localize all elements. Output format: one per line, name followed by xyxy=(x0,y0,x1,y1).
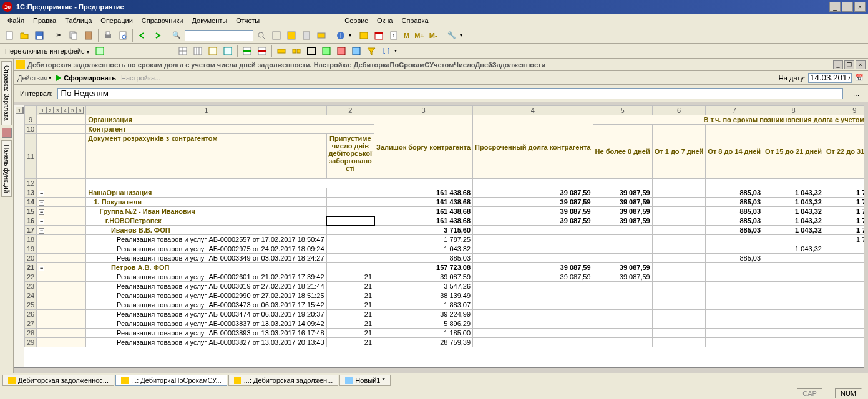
task-3[interactable]: ...: Дебиторская задолжен... xyxy=(228,375,339,386)
replace2-icon[interactable] xyxy=(285,29,298,42)
goto-icon[interactable] xyxy=(315,29,328,42)
menu-service[interactable]: Сервис xyxy=(341,16,372,26)
report-grid[interactable]: 1234561234567891011129ОрганизацияЗалишок… xyxy=(24,105,864,368)
menu-table[interactable]: Таблица xyxy=(61,16,95,26)
m-minus[interactable]: M- xyxy=(427,32,439,39)
table-row[interactable]: 14− 1. Покупатели161 438,6839 087,5939 0… xyxy=(25,198,865,207)
calc2-icon[interactable]: Σ xyxy=(387,29,401,42)
table-row[interactable]: 18 Реализация товаров и услуг АБ-0000255… xyxy=(25,235,865,244)
tree-toggle[interactable]: − xyxy=(39,266,44,271)
m-plus[interactable]: M+ xyxy=(412,32,426,39)
new-icon[interactable] xyxy=(2,29,16,42)
group-icon[interactable] xyxy=(319,44,333,58)
tree-toggle[interactable]: − xyxy=(39,200,44,206)
task-4[interactable]: Новый1 * xyxy=(339,375,390,386)
tree-toggle[interactable]: − xyxy=(39,209,44,215)
table-row[interactable]: 29 Реализация товаров и услуг АБ-0000382… xyxy=(25,338,865,347)
table-row[interactable]: 17− Иванов В.В. ФОП3 715,60885,031 043,3… xyxy=(25,226,865,235)
left-tab-help[interactable]: Справка: Зарплата xyxy=(1,61,12,125)
table-row[interactable]: 13−НашаОрнанизация161 438,6839 087,5939 … xyxy=(25,188,865,198)
tree-toggle[interactable]: − xyxy=(39,228,44,234)
table-row[interactable]: 19 Реализация товаров и услуг АБ-0000297… xyxy=(25,244,865,254)
menu-operations[interactable]: Операции xyxy=(97,16,136,26)
table-row[interactable]: 12 xyxy=(25,179,865,188)
table-row[interactable]: 15− Группа №2 - Иван Иванович161 438,683… xyxy=(25,207,865,216)
task-2[interactable]: ...: ДебиторкаПоСрокамСУ... xyxy=(115,375,227,386)
copy-icon[interactable] xyxy=(67,29,80,42)
menu-edit[interactable]: Правка xyxy=(29,16,60,26)
grid4-icon[interactable] xyxy=(221,44,235,58)
info-icon[interactable]: i xyxy=(334,29,348,42)
grid2-icon[interactable] xyxy=(191,44,205,58)
refs-icon[interactable] xyxy=(357,29,371,42)
table-row[interactable]: 21− Петров А.В. ФОП157 723,0839 087,5939… xyxy=(25,263,865,272)
calendar-icon[interactable] xyxy=(372,29,386,42)
menu-file[interactable]: Файл xyxy=(4,16,28,26)
report-restore-button[interactable]: ❐ xyxy=(844,60,854,69)
ungroup-icon[interactable] xyxy=(334,44,348,58)
close-button[interactable]: × xyxy=(854,2,866,12)
open-icon[interactable] xyxy=(17,29,31,42)
menu-docs[interactable]: Документы xyxy=(188,16,231,26)
minimize-button[interactable]: _ xyxy=(829,2,841,12)
replace-icon[interactable] xyxy=(270,29,283,42)
redo-icon[interactable] xyxy=(150,29,164,42)
calc-icon[interactable] xyxy=(300,29,313,42)
date-input[interactable] xyxy=(808,73,852,83)
grid1-icon[interactable] xyxy=(176,44,190,58)
delete-row-icon[interactable] xyxy=(255,44,269,58)
actions-dropdown[interactable]: Действия ▾ xyxy=(17,74,51,82)
svg-rect-27 xyxy=(194,47,202,55)
split-icon[interactable] xyxy=(290,44,303,58)
wrench-icon[interactable]: 🔧 xyxy=(445,29,459,42)
paste-icon[interactable] xyxy=(82,29,95,42)
report-icon xyxy=(16,60,25,69)
tb2-icon-1[interactable] xyxy=(93,44,107,58)
cut-icon[interactable]: ✂ xyxy=(52,29,66,42)
menu-windows[interactable]: Окна xyxy=(373,16,397,26)
menu-reports[interactable]: Отчеты xyxy=(232,16,263,26)
maximize-button[interactable]: □ xyxy=(842,2,853,12)
table-row[interactable]: 22 Реализация товаров и услуг АБ-0000260… xyxy=(25,272,865,282)
left-tab-functions[interactable]: Панель функций xyxy=(1,140,12,197)
insert-row-icon[interactable] xyxy=(240,44,254,58)
report-min-button[interactable]: _ xyxy=(833,60,843,69)
table-row[interactable]: 24 Реализация товаров и услуг АБ-0000299… xyxy=(25,291,865,300)
date-picker-icon[interactable]: 📅 xyxy=(854,73,864,83)
task-1[interactable]: Дебиторская задолженнос... xyxy=(2,375,114,386)
table-row[interactable]: 28 Реализация товаров и услуг АБ-0000389… xyxy=(25,329,865,338)
filter-icon[interactable] xyxy=(364,44,378,58)
border-icon[interactable] xyxy=(305,44,318,58)
switch-interface[interactable]: Переключить интерфейс ▾ xyxy=(2,47,92,55)
freeze-icon[interactable] xyxy=(349,44,363,58)
report-close-button[interactable]: × xyxy=(856,60,866,69)
table-row[interactable]: 25 Реализация товаров и услуг АБ-0000347… xyxy=(25,300,865,310)
find-next-icon[interactable] xyxy=(255,29,268,42)
interval-picker-icon[interactable]: … xyxy=(851,88,862,99)
interval-input[interactable] xyxy=(57,88,843,99)
grid3-icon[interactable] xyxy=(206,44,220,58)
table-row[interactable]: 26 Реализация товаров и услуг АБ-0000347… xyxy=(25,310,865,319)
table-row[interactable]: 20 Реализация товаров и услуг АБ-0000334… xyxy=(25,254,865,263)
preview-icon[interactable] xyxy=(116,29,130,42)
save-icon[interactable] xyxy=(32,29,46,42)
table-row[interactable]: 23 Реализация товаров и услуг АБ-0000301… xyxy=(25,282,865,291)
sort-icon[interactable] xyxy=(379,44,393,58)
search-icon[interactable]: 🔍 xyxy=(170,29,183,42)
table-row[interactable]: 16− г.НОВОПетровск161 438,6839 087,5939 … xyxy=(25,216,865,226)
undo-icon[interactable] xyxy=(135,29,149,42)
left-panel-icon[interactable] xyxy=(2,128,12,138)
print-icon[interactable] xyxy=(101,29,115,42)
search-input[interactable] xyxy=(185,30,253,41)
menu-help[interactable]: Справка xyxy=(397,16,432,26)
tree-toggle[interactable]: − xyxy=(39,219,44,224)
merge-icon[interactable] xyxy=(275,44,288,58)
level-1[interactable]: 1 xyxy=(16,107,23,114)
settings-link[interactable]: Настройка... xyxy=(121,74,160,82)
form-button[interactable]: Сформировать xyxy=(56,74,116,82)
table-row[interactable]: 27 Реализация товаров и услуг АБ-0000383… xyxy=(25,319,865,329)
svg-rect-37 xyxy=(293,49,296,53)
svg-rect-30 xyxy=(209,47,217,55)
menu-refs[interactable]: Справочники xyxy=(138,16,187,26)
tree-toggle[interactable]: − xyxy=(39,191,44,196)
